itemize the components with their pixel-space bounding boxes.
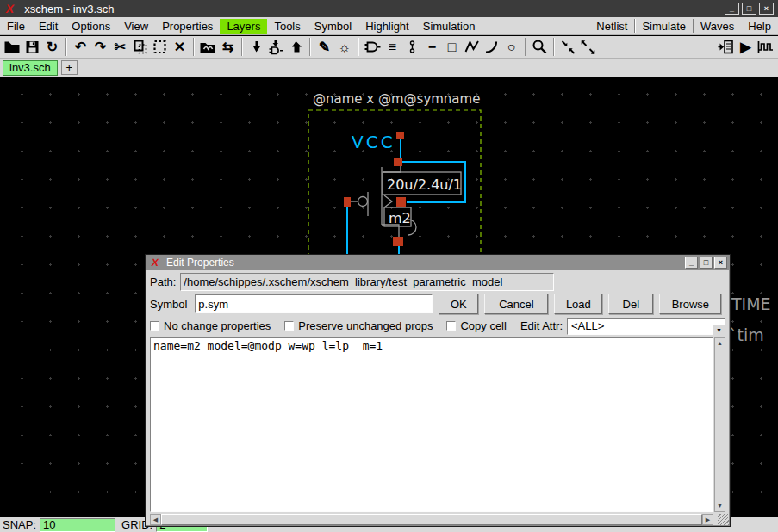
browse-button[interactable]: Browse <box>659 294 721 314</box>
no-change-properties-checkbox[interactable] <box>150 321 159 331</box>
place-symbol-icon[interactable] <box>198 37 218 57</box>
insert-pin-icon[interactable] <box>402 37 422 57</box>
menu-waves[interactable]: Waves <box>694 19 741 34</box>
toolbar-separator <box>525 38 526 56</box>
scroll-down-icon[interactable]: ▼ <box>715 501 725 511</box>
simulate-icon[interactable]: ▶ <box>736 37 756 57</box>
zoom-out-icon[interactable] <box>578 37 598 57</box>
redo-icon[interactable]: ↷ <box>90 37 110 57</box>
dialog-close-button[interactable]: × <box>714 257 727 269</box>
toolbar-separator <box>358 38 359 56</box>
scroll-up-icon[interactable]: ▲ <box>715 338 725 349</box>
horizontal-scrollbar[interactable]: ◀ ▶ <box>150 514 713 525</box>
toggle-light-icon[interactable]: ☼ <box>334 37 354 57</box>
cancel-button[interactable]: Cancel <box>484 294 548 314</box>
menu-file[interactable]: File <box>0 19 32 34</box>
xschem-window: X xschem - inv3.sch _ □ × File Edit Opti… <box>0 0 778 532</box>
snap-label: SNAP: <box>3 518 36 531</box>
copy-cell-label: Copy cell <box>460 319 506 332</box>
insert-symbol-icon[interactable] <box>363 37 383 57</box>
scroll-right-icon[interactable]: ▶ <box>702 514 713 525</box>
menu-tools[interactable]: Tools <box>267 19 307 34</box>
resize-grip[interactable] <box>718 514 729 525</box>
menu-properties[interactable]: Properties <box>155 19 220 34</box>
insert-polygon-icon[interactable] <box>462 37 482 57</box>
save-file-icon[interactable] <box>22 37 42 57</box>
edit-properties-dialog: X Edit Properties _ □ × Path: /home/schi… <box>145 254 731 527</box>
reload-icon[interactable]: ↻ <box>42 37 62 57</box>
zoom-box-icon[interactable] <box>530 37 550 57</box>
window-controls: _ □ × <box>725 3 778 15</box>
menu-view[interactable]: View <box>117 19 155 34</box>
descend-symbol-icon[interactable] <box>266 37 286 57</box>
insert-wire-icon[interactable]: − <box>422 37 442 57</box>
size-label: 20u/2.4u/1 <box>387 176 462 193</box>
scroll-left-icon[interactable]: ◀ <box>150 514 161 525</box>
maximize-button[interactable]: □ <box>742 3 756 15</box>
zoom-in-icon[interactable] <box>558 37 578 57</box>
menu-highlight[interactable]: Highlight <box>358 19 416 34</box>
edit-properties-icon[interactable]: ✎ <box>314 37 334 57</box>
instance-header-text: @name x @m@symname <box>313 91 480 107</box>
edit-attr-combobox[interactable]: <ALL> ▼ <box>567 318 725 335</box>
cut-icon[interactable]: ✂ <box>110 37 130 57</box>
horizontal-scroll-thumb[interactable] <box>161 514 702 525</box>
dialog-titlebar[interactable]: X Edit Properties _ □ × <box>146 255 730 270</box>
netlist-lines-icon[interactable]: ≡ <box>383 37 402 57</box>
menu-symbol[interactable]: Symbol <box>308 19 358 34</box>
insert-arc-icon[interactable] <box>482 37 501 57</box>
insert-circle-icon[interactable]: ○ <box>501 37 521 57</box>
menu-simulation[interactable]: Simulation <box>416 19 482 34</box>
descend-schematic-icon[interactable] <box>246 37 266 57</box>
menu-edit[interactable]: Edit <box>32 19 65 34</box>
dialog-title: Edit Properties <box>166 257 234 269</box>
properties-text-area-wrap: name=m2 model=@modp w=wp l=lp m=1 ▲ ▼ <box>150 337 725 512</box>
menubar: File Edit Options View Properties Layers… <box>0 17 778 35</box>
add-tab-button[interactable]: + <box>61 60 78 75</box>
minimize-button[interactable]: _ <box>725 3 739 15</box>
combo-dropdown-icon[interactable]: ▼ <box>713 325 725 335</box>
symbol-label: Symbol <box>150 298 187 311</box>
vertical-scrollbar[interactable]: ▲ ▼ <box>714 337 725 512</box>
netlist-icon[interactable] <box>716 37 736 57</box>
dialog-window-controls: _ □ × <box>685 257 727 269</box>
paste-icon[interactable] <box>150 37 170 57</box>
toolbar-separator <box>65 38 67 56</box>
vcc-label: VCC <box>352 132 395 152</box>
properties-text-area[interactable]: name=m2 model=@modp w=wp l=lp m=1 <box>150 337 713 512</box>
preserve-unchanged-props-checkbox[interactable] <box>284 321 294 331</box>
snap-input[interactable] <box>40 518 115 532</box>
right-clipped-text-2: `tim <box>729 325 764 344</box>
go-back-icon[interactable] <box>286 37 306 57</box>
menu-options[interactable]: Options <box>65 19 117 34</box>
toolbar-separator <box>193 38 195 56</box>
del-button[interactable]: Del <box>608 294 653 314</box>
menu-help[interactable]: Help <box>741 19 778 34</box>
vertical-scroll-track[interactable] <box>715 349 725 501</box>
open-file-icon[interactable] <box>3 37 22 57</box>
copy-icon[interactable] <box>130 37 150 57</box>
insert-rect-icon[interactable]: □ <box>442 37 462 57</box>
menu-netlist[interactable]: Netlist <box>589 19 634 34</box>
menu-layers[interactable]: Layers <box>220 19 267 34</box>
tab-inv3-sch[interactable]: inv3.sch <box>3 60 58 76</box>
options-row: No change properties Preserve unchanged … <box>146 316 730 336</box>
close-button[interactable]: × <box>759 3 774 15</box>
xschem-logo-icon: X <box>5 2 16 15</box>
edit-attr-value: <ALL> <box>571 319 604 332</box>
dialog-minimize-button[interactable]: _ <box>685 257 698 269</box>
menubar-right: Netlist Simulate Waves Help <box>589 19 778 34</box>
load-button[interactable]: Load <box>554 294 602 314</box>
copy-cell-checkbox[interactable] <box>446 321 456 331</box>
waves-icon[interactable] <box>756 37 775 57</box>
menu-simulate[interactable]: Simulate <box>635 19 693 34</box>
undo-icon[interactable]: ↶ <box>71 37 90 57</box>
swap-file-icon[interactable]: ⇆ <box>218 37 238 57</box>
delete-icon[interactable]: ✕ <box>170 37 190 57</box>
toolbar-separator <box>553 38 555 56</box>
ok-button[interactable]: OK <box>439 294 478 314</box>
symbol-input[interactable] <box>195 294 433 313</box>
instance-name-label: m2 <box>389 210 411 226</box>
edit-attr-label: Edit Attr: <box>520 319 563 332</box>
dialog-maximize-button[interactable]: □ <box>700 257 713 269</box>
